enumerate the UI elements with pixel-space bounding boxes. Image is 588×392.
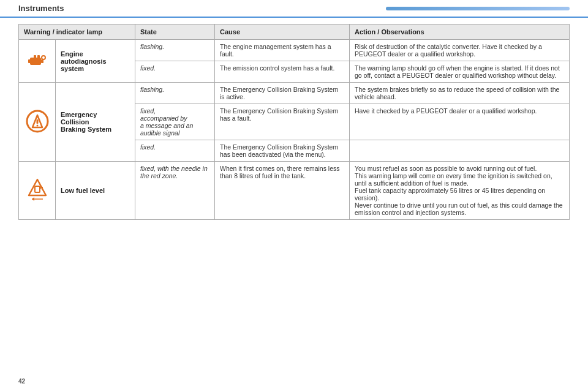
icon-cell-collision: [19, 83, 56, 162]
col-warning: Warning / indicator lamp: [19, 24, 135, 40]
cause-collision-1: The Emergency Collision Braking System i…: [215, 83, 350, 104]
table-row: EmergencyCollisionBraking System flashin…: [19, 83, 570, 104]
state-collision-1: flashing.: [135, 83, 215, 104]
table-row: Low fuel level fixed, with the needle in…: [19, 162, 570, 220]
col-state: State: [135, 24, 215, 40]
action-fuel-1: You must refuel as soon as possible to a…: [350, 162, 570, 220]
table-header-row: Warning / indicator lamp State Cause Act…: [19, 24, 570, 40]
cause-collision-2: The Emergency Collision Braking System h…: [215, 104, 350, 140]
icon-cell-engine: [19, 40, 56, 83]
cause-engine-1: The engine management system has a fault…: [215, 40, 350, 61]
svg-rect-3: [34, 55, 36, 58]
state-fuel-1: fixed, with the needle in the red zone.: [135, 162, 215, 220]
state-engine-1: flashing.: [135, 40, 215, 61]
page-header: Instruments: [0, 0, 588, 18]
state-collision-3: fixed.: [135, 140, 215, 162]
svg-rect-4: [37, 55, 40, 58]
cause-fuel-1: When it first comes on, there remains le…: [215, 162, 350, 220]
warning-name-engine: Engineautodiagnosissystem: [56, 40, 135, 83]
icon-cell-fuel: [19, 162, 56, 220]
page-title: Instruments: [18, 4, 386, 13]
svg-point-5: [42, 56, 45, 59]
state-collision-2: fixed,accompanied bya message and anaudi…: [135, 104, 215, 140]
svg-rect-8: [36, 119, 38, 124]
svg-rect-1: [28, 59, 31, 63]
cause-engine-2: The emission control system has a fault.: [215, 61, 350, 83]
action-collision-1: The system brakes briefly so as to reduc…: [350, 83, 570, 104]
action-engine-1: Risk of destruction of the catalytic con…: [350, 40, 570, 61]
action-engine-2: The warning lamp should go off when the …: [350, 61, 570, 83]
warning-table: Warning / indicator lamp State Cause Act…: [18, 24, 570, 220]
collision-icon: [25, 109, 50, 134]
svg-marker-10: [29, 179, 46, 195]
main-content: Warning / indicator lamp State Cause Act…: [0, 18, 588, 226]
warning-name-collision: EmergencyCollisionBraking System: [56, 83, 135, 162]
engine-icon: [26, 49, 49, 72]
col-action: Action / Observations: [350, 24, 570, 40]
svg-point-9: [36, 125, 38, 127]
svg-rect-0: [30, 58, 41, 65]
cause-collision-3: The Emergency Collision Braking System h…: [215, 140, 350, 162]
table-row: Engineautodiagnosissystem flashing. The …: [19, 40, 570, 61]
warning-name-fuel: Low fuel level: [56, 162, 135, 220]
action-collision-3: [350, 140, 570, 162]
header-bar: [386, 7, 570, 10]
fuel-icon: [26, 177, 49, 203]
state-engine-2: fixed.: [135, 61, 215, 83]
page-number: 42: [18, 378, 25, 385]
action-collision-2: Have it checked by a PEUGEOT dealer or a…: [350, 104, 570, 140]
col-cause: Cause: [215, 24, 350, 40]
svg-rect-11: [35, 186, 40, 192]
svg-marker-15: [32, 197, 34, 201]
